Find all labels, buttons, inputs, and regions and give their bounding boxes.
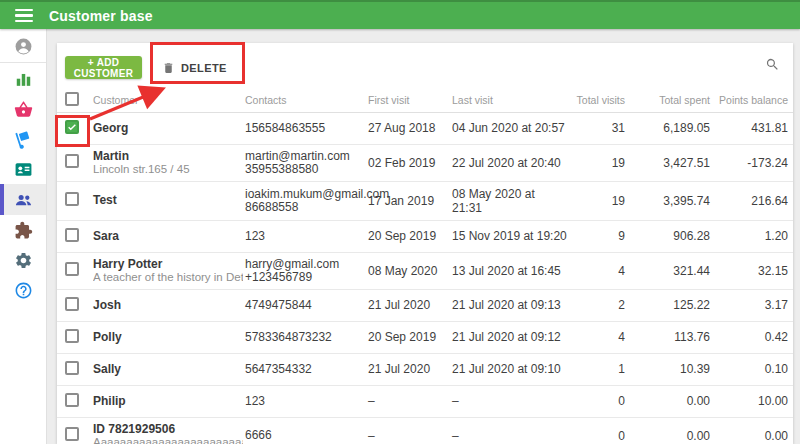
total-visits-cell: 9	[567, 220, 625, 252]
table-row[interactable]: Josh 4749475844 21 Jul 2020 21 Jul 2020 …	[57, 289, 793, 321]
sidebar-item-pos-devices[interactable]	[0, 154, 46, 184]
sidebar-item-inventory[interactable]	[0, 124, 46, 154]
table-row[interactable]: Harry Potter A teacher of the history in…	[57, 252, 793, 289]
search-icon[interactable]	[765, 57, 780, 72]
total-visits-cell: 31	[567, 112, 625, 144]
customer-name: Harry Potter	[93, 258, 245, 271]
row-checkbox[interactable]	[65, 427, 79, 441]
row-checkbox[interactable]	[65, 192, 79, 206]
delete-button-label: DELETE	[181, 62, 227, 74]
first-visit-cell: 20 Sep 2019	[368, 220, 452, 252]
table-row[interactable]: Georg 156584863555 27 Aug 2018 04 Jun 20…	[57, 112, 793, 144]
select-all-checkbox[interactable]	[65, 92, 79, 106]
total-spent-cell: 0.00	[625, 417, 710, 444]
customer-name: Sally	[93, 363, 245, 376]
total-spent-cell: 125.22	[625, 289, 710, 321]
row-checkbox[interactable]	[65, 297, 79, 311]
header-checkbox-cell	[57, 88, 93, 112]
sidebar-item-settings[interactable]	[0, 245, 46, 275]
sidebar-item-integrations[interactable]	[0, 215, 46, 245]
row-checkbox-cell	[57, 417, 93, 444]
selected-indicator-bar	[0, 184, 4, 215]
shopping-basket-icon	[14, 100, 33, 119]
sidebar-item-help[interactable]	[0, 275, 46, 305]
column-header-total-spent[interactable]: Total spent	[625, 88, 710, 112]
customer-display-icon	[14, 160, 33, 179]
column-header-customer[interactable]: Customer	[93, 88, 245, 112]
row-checkbox[interactable]	[65, 262, 79, 276]
customer-name: Test	[93, 194, 245, 207]
sidebar-item-items[interactable]	[0, 94, 46, 124]
hamburger-menu-icon[interactable]	[15, 9, 33, 22]
last-visit-cell: 22 Jul 2020 at 20:40	[452, 144, 567, 181]
help-icon	[14, 281, 33, 300]
row-checkbox[interactable]	[65, 120, 79, 134]
customer-cell: Martin Lincoln str.165 / 45	[93, 144, 245, 181]
total-visits-cell: 0	[567, 417, 625, 444]
contacts-cell: 5647354332	[245, 353, 368, 385]
total-spent-cell: 3,395.74	[625, 181, 710, 220]
column-header-last-visit[interactable]: Last visit	[452, 88, 567, 112]
row-checkbox-cell	[57, 144, 93, 181]
customer-note: Lincoln str.165 / 45	[93, 163, 243, 176]
last-visit-cell: –	[452, 385, 567, 417]
table-row[interactable]: Martin Lincoln str.165 / 45 martin@marti…	[57, 144, 793, 181]
table-row[interactable]: Philip 123 – – 0 0.00 10.00	[57, 385, 793, 417]
row-checkbox-cell	[57, 220, 93, 252]
contacts-cell: 5783364873232	[245, 321, 368, 353]
customer-cell: Sally	[93, 353, 245, 385]
sidebar-item-profile[interactable]	[0, 31, 46, 61]
last-visit-cell: 15 Nov 2019 at 19:20	[452, 220, 567, 252]
first-visit-cell: 27 Aug 2018	[368, 112, 452, 144]
table-row[interactable]: Polly 5783364873232 20 Sep 2019 21 Jul 2…	[57, 321, 793, 353]
sidebar-divider	[0, 62, 46, 63]
table-row[interactable]: Sara 123 20 Sep 2019 15 Nov 2019 at 19:2…	[57, 220, 793, 252]
column-header-first-visit[interactable]: First visit	[368, 88, 452, 112]
table-row[interactable]: ID 7821929506 Aaaaaaaaaaaaaaaaaaaaaaaaaa…	[57, 417, 793, 444]
customer-note: Aaaaaaaaaaaaaaaaaaaaaaaaaaaa...	[93, 436, 243, 444]
customer-cell: Josh	[93, 289, 245, 321]
column-header-total-visits[interactable]: Total visits	[567, 88, 625, 112]
last-visit-cell: 13 Jul 2020 at 16:45	[452, 252, 567, 289]
checkmark-icon	[67, 122, 77, 132]
row-checkbox[interactable]	[65, 154, 79, 168]
add-customer-button[interactable]: + ADD CUSTOMER	[65, 56, 142, 79]
customer-name: Sara	[93, 230, 245, 243]
hand-truck-icon	[14, 130, 33, 149]
table-row[interactable]: Test ioakim.mukum@gmail.com 86688558 17 …	[57, 181, 793, 220]
points-balance-cell: 32.15	[710, 252, 793, 289]
customer-cell: Georg	[93, 112, 245, 144]
column-header-contacts[interactable]: Contacts	[245, 88, 368, 112]
total-visits-cell: 19	[567, 181, 625, 220]
total-spent-cell: 6,189.05	[625, 112, 710, 144]
table-row[interactable]: Sally 5647354332 21 Jul 2020 21 Jul 2020…	[57, 353, 793, 385]
column-header-points-balance[interactable]: Points balance	[710, 88, 793, 112]
sidebar-item-customers[interactable]	[0, 184, 46, 215]
last-visit-cell: 21 Jul 2020 at 09:13	[452, 289, 567, 321]
total-visits-cell: 1	[567, 353, 625, 385]
customer-name: Polly	[93, 331, 245, 344]
sidebar-item-sales-reports[interactable]	[0, 64, 46, 94]
contacts-cell: 4749475844	[245, 289, 368, 321]
points-balance-cell: 216.64	[710, 181, 793, 220]
row-checkbox[interactable]	[65, 228, 79, 242]
points-balance-cell: 0.42	[710, 321, 793, 353]
table-header-row: Customer Contacts First visit Last visit…	[57, 88, 793, 112]
first-visit-cell: 20 Sep 2019	[368, 321, 452, 353]
row-checkbox[interactable]	[65, 361, 79, 375]
first-visit-cell: 21 Jul 2020	[368, 289, 452, 321]
app-header: Customer base	[0, 0, 800, 29]
customer-cell: Polly	[93, 321, 245, 353]
page-title: Customer base	[49, 8, 153, 24]
total-spent-cell: 113.76	[625, 321, 710, 353]
total-spent-cell: 321.44	[625, 252, 710, 289]
row-checkbox-cell	[57, 353, 93, 385]
points-balance-cell: 0.00	[710, 417, 793, 444]
row-checkbox[interactable]	[65, 329, 79, 343]
total-visits-cell: 19	[567, 144, 625, 181]
row-checkbox[interactable]	[65, 393, 79, 407]
delete-button[interactable]: DELETE	[162, 56, 227, 79]
contacts-cell: ioakim.mukum@gmail.com 86688558	[245, 181, 368, 220]
customer-name: Martin	[93, 150, 245, 163]
points-balance-cell: 10.00	[710, 385, 793, 417]
